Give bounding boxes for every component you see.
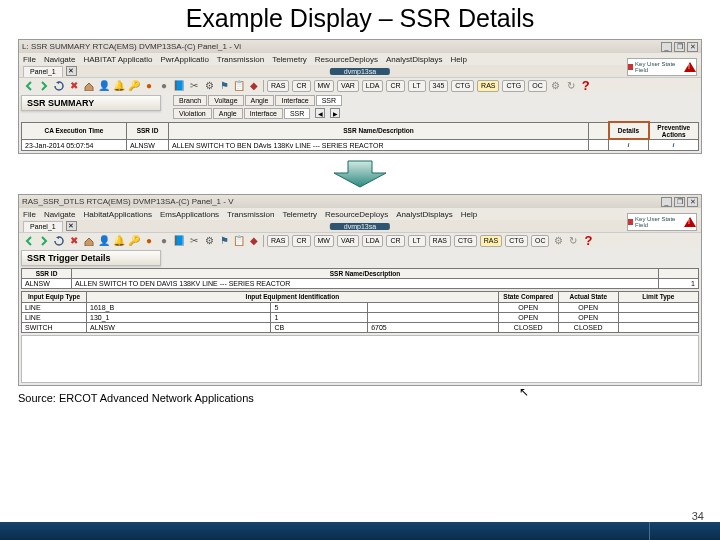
chip2-ctg2[interactable]: CTG xyxy=(505,235,528,247)
menu-file[interactable]: File xyxy=(23,55,36,64)
menu-transmission[interactable]: Transmission xyxy=(217,55,264,64)
chip-cr2[interactable]: CR xyxy=(386,80,404,92)
minimize-button-2[interactable]: _ xyxy=(661,197,672,207)
subtab-ssr[interactable]: SSR xyxy=(316,95,342,106)
settings-icon[interactable]: ⚙ xyxy=(550,80,562,92)
forward-icon[interactable] xyxy=(38,80,50,92)
menu2-habitat[interactable]: HabitatApplications xyxy=(83,210,151,219)
grey-dot-icon-2[interactable]: ● xyxy=(158,235,170,247)
clipboard-icon-2[interactable]: 📋 xyxy=(233,235,245,247)
grey-dot-icon[interactable]: ● xyxy=(158,80,170,92)
chip-ctg1[interactable]: CTG xyxy=(451,80,474,92)
chip2-ras[interactable]: RAS xyxy=(267,235,289,247)
back-icon-2[interactable] xyxy=(23,235,35,247)
menu2-navigate[interactable]: Navigate xyxy=(44,210,76,219)
key-icon-2[interactable]: 🔑 xyxy=(128,235,140,247)
chip2-ctg1[interactable]: CTG xyxy=(454,235,477,247)
menu-habitat[interactable]: HABITAT Applicatio xyxy=(83,55,152,64)
chip-lda[interactable]: LDA xyxy=(362,80,384,92)
chip2-var[interactable]: VAR xyxy=(337,235,359,247)
chip-cr1[interactable]: CR xyxy=(292,80,310,92)
book-icon[interactable]: 📘 xyxy=(173,80,185,92)
chip2-lda[interactable]: LDA xyxy=(362,235,384,247)
table-row[interactable]: 23-Jan-2014 05:07:54 ALNSW ALLEN SWITCH … xyxy=(22,139,699,151)
chip2-ras2[interactable]: RAS xyxy=(429,235,451,247)
chip-var[interactable]: VAR xyxy=(337,80,359,92)
person-icon-2[interactable]: 👤 xyxy=(98,235,110,247)
subtab2-angle[interactable]: Angle xyxy=(213,108,243,119)
chip2-cr2[interactable]: CR xyxy=(386,235,404,247)
chip-mw[interactable]: MW xyxy=(314,80,334,92)
chip-ctg2[interactable]: CTG xyxy=(502,80,525,92)
maximize-button-2[interactable]: ❐ xyxy=(674,197,685,207)
menu2-file[interactable]: File xyxy=(23,210,36,219)
chip2-oc[interactable]: OC xyxy=(531,235,550,247)
orange-dot-icon[interactable]: ● xyxy=(143,80,155,92)
chip2-mw[interactable]: MW xyxy=(314,235,334,247)
bell-icon[interactable]: 🔔 xyxy=(113,80,125,92)
menu2-telemetry[interactable]: Telemetry xyxy=(282,210,317,219)
chip-345[interactable]: 345 xyxy=(429,80,449,92)
diamond-icon[interactable]: ◆ xyxy=(248,80,260,92)
tab-main-2[interactable]: Panel_1 xyxy=(23,221,63,232)
chip2-lt[interactable]: LT xyxy=(408,235,426,247)
flag-icon[interactable]: ⚑ xyxy=(218,80,230,92)
gear-icon-2[interactable]: ⚙ xyxy=(203,235,215,247)
table-row[interactable]: ALNSW ALLEN SWITCH TO DEN DAVIS 138KV LI… xyxy=(22,279,699,289)
menu2-ems[interactable]: EmsApplications xyxy=(160,210,219,219)
menu-resource[interactable]: ResourceDeploys xyxy=(315,55,378,64)
menu-analyst[interactable]: AnalystDisplays xyxy=(386,55,442,64)
menu-navigate[interactable]: Navigate xyxy=(44,55,76,64)
settings-icon-2[interactable]: ⚙ xyxy=(552,235,564,247)
subtab2-interface[interactable]: Interface xyxy=(244,108,283,119)
key-icon[interactable]: 🔑 xyxy=(128,80,140,92)
chip-ras2[interactable]: RAS xyxy=(477,80,499,92)
person-icon[interactable]: 👤 xyxy=(98,80,110,92)
chip-lt[interactable]: LT xyxy=(408,80,426,92)
subtab2-violation[interactable]: Violation xyxy=(173,108,212,119)
stop-icon-2[interactable]: ✖ xyxy=(68,235,80,247)
cell-details-link[interactable]: i xyxy=(609,139,649,151)
help-icon[interactable]: ? xyxy=(580,80,592,92)
diamond-icon-2[interactable]: ◆ xyxy=(248,235,260,247)
help-icon-2[interactable]: ? xyxy=(582,235,594,247)
cycle-icon[interactable]: ↻ xyxy=(565,80,577,92)
menu2-transmission[interactable]: Transmission xyxy=(227,210,274,219)
orange-dot-icon-2[interactable]: ● xyxy=(143,235,155,247)
home-icon-2[interactable] xyxy=(83,235,95,247)
minimize-button[interactable]: _ xyxy=(661,42,672,52)
refresh-icon-2[interactable] xyxy=(53,235,65,247)
menu2-analyst[interactable]: AnalystDisplays xyxy=(396,210,452,219)
back-icon[interactable] xyxy=(23,80,35,92)
subtab-interface[interactable]: Interface xyxy=(275,95,314,106)
cell-preventive-link[interactable]: i xyxy=(649,139,699,151)
refresh-icon[interactable] xyxy=(53,80,65,92)
subtab-angle[interactable]: Angle xyxy=(245,95,275,106)
close-button[interactable]: ✕ xyxy=(687,42,698,52)
flag-icon-2[interactable]: ⚑ xyxy=(218,235,230,247)
table-row[interactable]: LINE 130_1 1 OPEN OPEN xyxy=(22,312,699,322)
tab-main[interactable]: Panel_1 xyxy=(23,66,63,77)
maximize-button[interactable]: ❐ xyxy=(674,42,685,52)
subtab-branch[interactable]: Branch xyxy=(173,95,207,106)
bell-icon-2[interactable]: 🔔 xyxy=(113,235,125,247)
menu2-help[interactable]: Help xyxy=(461,210,477,219)
chip2-cr[interactable]: CR xyxy=(292,235,310,247)
scissors-icon[interactable]: ✂ xyxy=(188,80,200,92)
menu-help[interactable]: Help xyxy=(450,55,466,64)
subtab-voltage[interactable]: Voltage xyxy=(208,95,243,106)
tab-close-2[interactable]: ✕ xyxy=(66,221,77,231)
tab-close-button[interactable]: ✕ xyxy=(66,66,77,76)
subtab-scroll-right[interactable]: ▶ xyxy=(330,108,340,118)
menu-pwrapp[interactable]: PwrApplicatio xyxy=(160,55,208,64)
clipboard-icon[interactable]: 📋 xyxy=(233,80,245,92)
subtab2-ssr[interactable]: SSR xyxy=(284,108,310,119)
gear-icon[interactable]: ⚙ xyxy=(203,80,215,92)
close-button-2[interactable]: ✕ xyxy=(687,197,698,207)
menu-telemetry[interactable]: Telemetry xyxy=(272,55,307,64)
menu2-resource[interactable]: ResourceDeploys xyxy=(325,210,388,219)
chip-ras1[interactable]: RAS xyxy=(267,80,289,92)
forward-icon-2[interactable] xyxy=(38,235,50,247)
chip-oc[interactable]: OC xyxy=(528,80,547,92)
table-row[interactable]: SWITCH ALNSW CB 6705 CLOSED CLOSED xyxy=(22,322,699,332)
